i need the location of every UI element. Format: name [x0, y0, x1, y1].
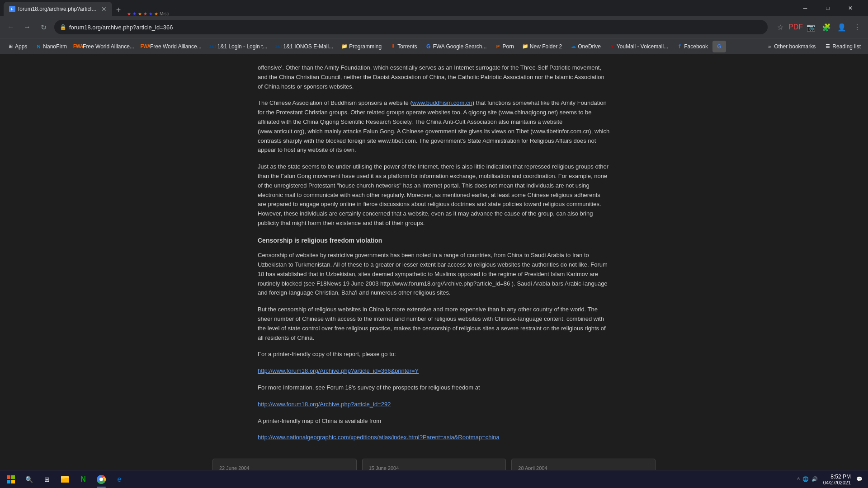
- bookmark-apps[interactable]: ⊞ Apps: [4, 41, 31, 52]
- page-content: offensive'. Other than the Amity Foundat…: [0, 54, 868, 470]
- new-folder-icon: 📁: [522, 43, 528, 50]
- tab-close-button[interactable]: ✕: [101, 5, 107, 13]
- ext-icon-2[interactable]: ★: [132, 11, 137, 16]
- article-date-2: 15 June 2004: [369, 465, 500, 470]
- google-icon: G: [425, 43, 432, 50]
- pdf-button[interactable]: PDF: [788, 20, 803, 34]
- fwa-label-2: Free World Alliance...: [150, 43, 202, 50]
- new-tab-button[interactable]: +: [112, 4, 125, 16]
- ext-icon-1[interactable]: ★: [127, 11, 132, 16]
- svg-rect-2: [7, 480, 10, 483]
- taskbar: 🔍 ⊞ N: [0, 470, 868, 488]
- reading-list-icon: ☰: [825, 43, 831, 50]
- minimize-button[interactable]: ─: [795, 0, 816, 16]
- bookmark-facebook[interactable]: f Facebook: [673, 41, 712, 52]
- bookmarks-bar: ⊞ Apps N NanoFirm FWA Free World Allianc…: [0, 38, 868, 54]
- network-icon: 🌐: [802, 476, 809, 482]
- taskbar-app-explorer[interactable]: [56, 470, 74, 488]
- new-folder-label: New Folder 2: [530, 43, 562, 50]
- lock-icon: 🔒: [60, 24, 66, 30]
- tray-time: 8:52 PM: [823, 474, 851, 480]
- menu-button[interactable]: ⋮: [850, 20, 864, 34]
- bookmark-new-folder[interactable]: 📁 New Folder 2: [519, 41, 566, 52]
- onedrive-label: OneDrive: [578, 43, 601, 50]
- notification-icon[interactable]: 💬: [856, 476, 863, 482]
- torrents-label: Torrents: [397, 43, 417, 50]
- address-bar[interactable]: 🔒 forum18.org/archive.php?article_id=366: [54, 20, 768, 34]
- onedrive-icon: ☁: [570, 43, 576, 50]
- bookmark-fwa-2[interactable]: FWA Free World Alliance...: [139, 41, 205, 52]
- bookmark-torrents[interactable]: ⬇ Torrents: [386, 41, 420, 52]
- bookmark-star-button[interactable]: ☆: [773, 20, 788, 34]
- article-card-2[interactable]: 15 June 2004 LAOS: The Disturbing Prospe…: [362, 459, 506, 470]
- navigation-bar: ← → ↻ 🔒 forum18.org/archive.php?article_…: [0, 16, 868, 38]
- bookmark-onedrive[interactable]: ☁ OneDrive: [566, 41, 604, 52]
- fwa-google-label: FWA Google Search...: [433, 43, 487, 50]
- explorer-icon: [60, 474, 71, 485]
- bookmark-porn[interactable]: P Porn: [491, 41, 518, 52]
- article-date-1: 22 June 2004: [219, 465, 350, 470]
- bookmark-fwa-1[interactable]: FWA Free World Alliance...: [71, 41, 138, 52]
- taskbar-app-edge[interactable]: e: [110, 470, 128, 488]
- porn-icon: P: [495, 43, 501, 50]
- article-body: offensive'. Other than the Amity Foundat…: [258, 63, 610, 450]
- edge-icon: e: [114, 474, 125, 485]
- printer-link[interactable]: http://www.forum18.org/Archive.php?artic…: [258, 367, 419, 374]
- taskbar-app-taskview[interactable]: ⊞: [38, 470, 56, 488]
- svg-rect-0: [7, 475, 10, 479]
- search-button[interactable]: 🔍: [20, 470, 38, 488]
- tab-bar: F forum18.org/archive.php?article_id=366…: [0, 0, 868, 16]
- search-icon: 🔍: [25, 476, 33, 483]
- chevron-icon[interactable]: ^: [797, 477, 800, 482]
- programming-icon: 📁: [341, 43, 348, 50]
- forward-button[interactable]: →: [20, 20, 34, 34]
- volume-icon[interactable]: 🔊: [811, 476, 818, 482]
- tray-icons: ^ 🌐 🔊: [797, 476, 818, 482]
- windows-logo-icon: [7, 475, 15, 483]
- bookmark-reading-list[interactable]: ☰ Reading list: [821, 41, 864, 52]
- bookmark-1and1-ionos[interactable]: 1&1 1&1 IONOS E-Mail...: [272, 41, 337, 52]
- more-info-text: For more information, see Forum 18's sur…: [258, 383, 610, 393]
- survey-link[interactable]: http://www.forum18.org/Archive.php?artic…: [258, 401, 391, 408]
- bookmark-fwa-google[interactable]: G FWA Google Search...: [422, 41, 491, 52]
- bookmark-programming[interactable]: 📁 Programming: [338, 41, 385, 52]
- taskbar-app-chrome[interactable]: [92, 470, 110, 488]
- paragraph-5: But the censorship of religious websites…: [258, 305, 610, 343]
- bookmark-google-active[interactable]: G: [712, 41, 726, 52]
- content-area: offensive'. Other than the Amity Foundat…: [0, 54, 868, 470]
- bookmark-other[interactable]: » Other bookmarks: [763, 41, 819, 52]
- screenshot-button[interactable]: 📷: [804, 20, 818, 34]
- map-link: http://www.nationalgeographic.com/xpedit…: [258, 433, 610, 442]
- close-button[interactable]: ✕: [840, 0, 861, 16]
- fwa-label-1: Free World Alliance...: [83, 43, 134, 50]
- maximize-button[interactable]: □: [817, 0, 838, 16]
- extensions-button[interactable]: 🧩: [819, 20, 834, 34]
- oneandone-login-icon: 1&1: [210, 43, 216, 50]
- active-tab[interactable]: F forum18.org/archive.php?article_id=366…: [4, 2, 112, 16]
- ext-icon-3[interactable]: ★: [137, 11, 142, 16]
- bookmark-1and1-login[interactable]: 1&1 1&1 Login - Login t...: [206, 41, 271, 52]
- nav-icons: ☆ PDF 📷 🧩 👤 ⋮: [773, 20, 864, 34]
- start-button[interactable]: [2, 470, 20, 488]
- user-profile-button[interactable]: 👤: [835, 20, 849, 34]
- bookmark-nanofirm[interactable]: N NanoFirm: [32, 41, 71, 52]
- extension-icons: ★ ★ ★ ★ ★ ★ Misc: [125, 11, 171, 16]
- taskbar-app-4[interactable]: N: [74, 470, 92, 488]
- fwa-icon-2: FWA: [142, 43, 149, 50]
- ext-icon-5[interactable]: ★: [148, 11, 153, 16]
- tray-clock[interactable]: 8:52 PM 04/27/02021: [823, 474, 851, 485]
- system-tray: ^ 🌐 🔊 8:52 PM 04/27/02021 💬: [794, 474, 866, 485]
- svg-rect-6: [61, 476, 65, 479]
- bookmark-youmail[interactable]: Y YouMail - Voicemail...: [605, 41, 672, 52]
- ext-icon-6[interactable]: ★: [154, 11, 159, 16]
- refresh-button[interactable]: ↻: [36, 20, 51, 34]
- back-button[interactable]: ←: [4, 20, 18, 34]
- article-card-1[interactable]: 22 June 2004 RUSSIA: One religious polic…: [212, 459, 357, 470]
- ionos-icon: 1&1: [275, 43, 282, 50]
- facebook-icon: f: [676, 43, 683, 50]
- ionos-label: 1&1 IONOS E-Mail...: [283, 43, 333, 50]
- natgeo-link[interactable]: http://www.nationalgeographic.com/xpedit…: [258, 434, 500, 441]
- buddhism-link[interactable]: www.buddhism.com.cn: [412, 99, 472, 106]
- article-card-3[interactable]: 28 April 2004 CHINA: Religious Freedom a…: [511, 459, 656, 470]
- ext-icon-4[interactable]: ★: [143, 11, 148, 16]
